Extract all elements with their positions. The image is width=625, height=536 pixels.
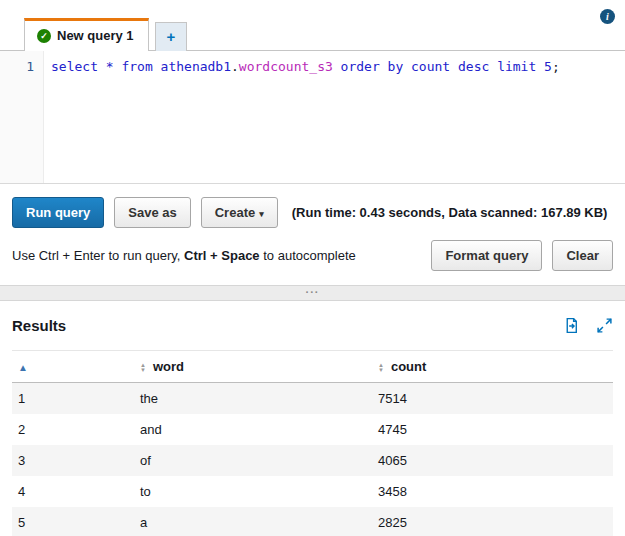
cell-count: 4065	[372, 445, 613, 476]
line-number: 1	[26, 59, 34, 74]
cell-word: of	[134, 445, 372, 476]
sql-token: 5	[544, 59, 552, 74]
table-row: 2and4745	[12, 414, 613, 445]
sql-token: order by count desc limit	[333, 59, 544, 74]
row-number: 2	[12, 414, 134, 445]
tab-new-query-1[interactable]: ✓ New query 1	[24, 18, 149, 51]
cell-count: 3458	[372, 476, 613, 507]
table-row: 4to3458	[12, 476, 613, 507]
results-table-body: 1the75142and47453of40654to34585a2825	[12, 383, 613, 536]
sort-icon: ▲▼	[140, 363, 146, 373]
sql-token: wordcount_s3	[239, 59, 333, 74]
shortcut-hint: Use Ctrl + Enter to run query, Ctrl + Sp…	[12, 248, 356, 263]
sql-token: ;	[552, 59, 560, 74]
run-query-button[interactable]: Run query	[12, 197, 104, 228]
table-row: 5a2825	[12, 507, 613, 536]
hint-bold: Ctrl + Space	[184, 248, 260, 263]
hint-suffix: to autocomplete	[260, 248, 356, 263]
sort-ascending-icon: ▲	[18, 362, 28, 373]
athena-query-editor: i ✓ New query 1 + 1 select * from athena…	[0, 0, 625, 536]
sql-editor[interactable]: 1 select * from athenadb1.wordcount_s3 o…	[0, 51, 625, 184]
editor-gutter: 1	[0, 51, 44, 183]
column-header-row-number[interactable]: ▲	[12, 351, 134, 383]
sql-token: athenadb1	[161, 59, 231, 74]
column-label: word	[153, 359, 184, 374]
clear-button[interactable]: Clear	[552, 240, 613, 271]
query-toolbar: Run query Save as Create▾ (Run time: 0.4…	[0, 184, 625, 238]
cell-word: and	[134, 414, 372, 445]
create-label: Create	[215, 205, 255, 220]
hint-prefix: Use Ctrl + Enter to run query,	[12, 248, 184, 263]
run-statistics: (Run time: 0.43 seconds, Data scanned: 1…	[292, 205, 608, 220]
results-header: Results	[12, 317, 613, 334]
expand-results-icon[interactable]	[596, 317, 613, 334]
row-number: 4	[12, 476, 134, 507]
download-results-icon[interactable]	[563, 317, 580, 334]
chevron-down-icon: ▾	[259, 209, 264, 219]
row-number: 3	[12, 445, 134, 476]
results-table: ▲ ▲▼word ▲▼count 1the75142and47453of4065…	[12, 350, 613, 536]
query-tabs: ✓ New query 1 +	[0, 0, 625, 51]
row-number: 1	[12, 383, 134, 415]
sql-token: select * from	[51, 59, 161, 74]
sql-line-code: select * from athenadb1.wordcount_s3 ord…	[44, 51, 625, 183]
results-title: Results	[12, 317, 66, 334]
create-dropdown-button[interactable]: Create▾	[201, 197, 278, 228]
column-header-word[interactable]: ▲▼word	[134, 351, 372, 383]
drag-handle-icon: ···	[306, 286, 320, 298]
cell-count: 4745	[372, 414, 613, 445]
cell-word: to	[134, 476, 372, 507]
query-toolbar-secondary: Use Ctrl + Enter to run query, Ctrl + Sp…	[0, 238, 625, 285]
query-status-ok-icon: ✓	[37, 29, 51, 43]
row-number: 5	[12, 507, 134, 536]
cell-word: the	[134, 383, 372, 415]
cell-count: 2825	[372, 507, 613, 536]
pane-splitter[interactable]: ···	[0, 285, 625, 301]
format-query-button[interactable]: Format query	[431, 240, 542, 271]
table-row: 3of4065	[12, 445, 613, 476]
results-section: Results	[0, 301, 625, 536]
sort-icon: ▲▼	[378, 363, 384, 373]
info-icon[interactable]: i	[600, 9, 615, 24]
tab-label: New query 1	[57, 28, 134, 43]
column-header-count[interactable]: ▲▼count	[372, 351, 613, 383]
cell-word: a	[134, 507, 372, 536]
sql-token: .	[231, 59, 239, 74]
table-row: 1the7514	[12, 383, 613, 415]
results-table-head: ▲ ▲▼word ▲▼count	[12, 351, 613, 383]
new-tab-button[interactable]: +	[155, 22, 188, 51]
column-label: count	[391, 359, 426, 374]
save-as-button[interactable]: Save as	[114, 197, 190, 228]
cell-count: 7514	[372, 383, 613, 415]
